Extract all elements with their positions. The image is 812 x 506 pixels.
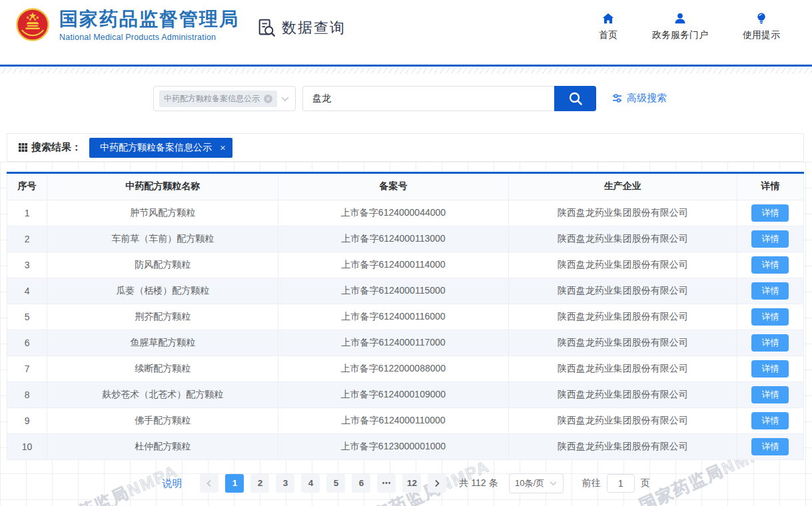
cell-company: 陕西盘龙药业集团股份有限公司 (508, 200, 737, 226)
results-label: 搜索结果： (19, 141, 81, 154)
table-row: 6 鱼腥草配方颗粒 上市备字6124000117000 陕西盘龙药业集团股份有限… (7, 330, 804, 356)
advanced-search-link[interactable]: 高级搜索 (611, 92, 667, 105)
detail-button[interactable]: 详情 (751, 256, 789, 274)
page-buttons: 1 2 3 4 5 6 ••• 12 (222, 474, 424, 493)
page-button[interactable]: 2 (250, 474, 269, 493)
cell-record-no: 上市备字6123000001000 (278, 433, 508, 459)
cell-record-no: 上市备字6124000114000 (278, 252, 508, 278)
nav-item-home[interactable]: 首页 (599, 11, 617, 41)
page-size-label: 10条/页 (515, 477, 544, 489)
cell-detail: 详情 (737, 407, 803, 433)
col-header-name: 中药配方颗粒名称 (47, 174, 278, 200)
results-filter-tag-label: 中药配方颗粒备案信息公示 (100, 142, 212, 154)
cell-record-no: 上市备字6122000088000 (278, 356, 508, 381)
cell-company: 陕西盘龙药业集团股份有限公司 (508, 252, 737, 278)
cell-detail: 详情 (737, 433, 803, 459)
app-title-label: 数据查询 (282, 18, 346, 38)
table-row: 7 续断配方颗粒 上市备字6122000088000 陕西盘龙药业集团股份有限公… (7, 356, 804, 381)
page-button[interactable]: 1 (225, 474, 244, 493)
detail-button[interactable]: 详情 (751, 412, 789, 429)
category-select[interactable]: 中药配方颗粒备案信息公示 × (153, 86, 296, 111)
cell-detail: 详情 (737, 356, 803, 381)
cell-index: 2 (7, 226, 47, 252)
chevron-left-icon (205, 479, 213, 487)
results-table: 序号 中药配方颗粒名称 备案号 生产企业 详情 1 肿节风配方颗粒 上市备字61… (7, 172, 804, 460)
tag-close-icon[interactable]: × (220, 142, 226, 152)
page-button[interactable]: 4 (301, 474, 320, 493)
cell-index: 4 (7, 278, 47, 304)
chevron-right-icon (433, 479, 441, 487)
results-label-text: 搜索结果： (31, 141, 81, 154)
detail-button[interactable]: 详情 (751, 308, 789, 326)
page-button[interactable]: 6 (352, 474, 370, 493)
page-button[interactable]: 12 (402, 474, 421, 493)
cell-index: 6 (7, 330, 47, 356)
detail-button[interactable]: 详情 (751, 360, 789, 378)
search-icon (568, 91, 584, 107)
nav-item-portal[interactable]: 政务服务门户 (652, 11, 708, 41)
cell-granule-name: 续断配方颗粒 (47, 356, 278, 381)
header-divider (0, 65, 812, 67)
cell-granule-name: 肿节风配方颗粒 (47, 200, 278, 226)
note-link[interactable]: 说明 (162, 477, 182, 490)
detail-button[interactable]: 详情 (751, 438, 789, 455)
cell-company: 陕西盘龙药业集团股份有限公司 (508, 381, 737, 407)
top-nav: 首页 政务服务门户 使用提示 (599, 11, 780, 41)
cell-record-no: 上市备字6124000116000 (278, 304, 508, 330)
cell-index: 5 (7, 304, 47, 330)
cell-company: 陕西盘龙药业集团股份有限公司 (508, 407, 737, 433)
detail-button[interactable]: 详情 (751, 334, 789, 352)
detail-button[interactable]: 详情 (751, 282, 789, 300)
search-button[interactable] (554, 86, 596, 111)
prev-page-button[interactable] (200, 474, 218, 493)
table-body: 1 肿节风配方颗粒 上市备字6124000044000 陕西盘龙药业集团股份有限… (7, 200, 804, 459)
pagination: 说明 1 2 3 4 5 6 ••• 12 共 112 条 10条/页 前往 页 (0, 473, 812, 493)
app-title[interactable]: 数据查询 (256, 18, 346, 38)
goto-page: 前往 页 (582, 474, 650, 493)
detail-button[interactable]: 详情 (751, 230, 789, 248)
cell-granule-name: 防风配方颗粒 (47, 252, 278, 278)
cell-detail: 详情 (737, 330, 803, 356)
cell-record-no: 上市备字6124000115000 (278, 278, 508, 304)
table-header-row: 序号 中药配方颗粒名称 备案号 生产企业 详情 (7, 174, 804, 200)
site-logo[interactable]: 国家药品监督管理局 National Medical Products Admi… (15, 7, 239, 42)
cell-company: 陕西盘龙药业集团股份有限公司 (508, 304, 737, 330)
grid-icon (19, 143, 27, 152)
cell-detail: 详情 (737, 304, 803, 330)
cell-index: 8 (7, 381, 47, 407)
detail-button[interactable]: 详情 (751, 204, 789, 222)
page-button[interactable]: ••• (377, 474, 396, 493)
page-button[interactable]: 5 (326, 474, 345, 493)
cell-detail: 详情 (737, 200, 803, 226)
org-name-en: National Medical Products Administration (59, 33, 239, 42)
nav-label: 首页 (599, 29, 617, 41)
goto-unit: 页 (641, 477, 650, 489)
category-chip-label: 中药配方颗粒备案信息公示 (164, 93, 260, 105)
cell-granule-name: 佛手配方颗粒 (47, 407, 278, 433)
header-hatch-band (0, 67, 812, 73)
document-search-icon (256, 18, 276, 38)
next-page-button[interactable] (428, 474, 446, 493)
col-header-index: 序号 (7, 174, 47, 200)
table-row: 2 车前草（车前）配方颗粒 上市备字6124000113000 陕西盘龙药业集团… (7, 226, 804, 252)
cell-index: 9 (7, 407, 47, 433)
table-row: 4 瓜蒌（栝楼）配方颗粒 上市备字6124000115000 陕西盘龙药业集团股… (7, 278, 804, 304)
cell-index: 10 (7, 433, 47, 459)
cell-company: 陕西盘龙药业集团股份有限公司 (508, 226, 737, 252)
detail-button[interactable]: 详情 (751, 386, 789, 403)
user-icon (673, 11, 687, 26)
page-size-select[interactable]: 10条/页 (509, 473, 564, 493)
results-filter-tag[interactable]: 中药配方颗粒备案信息公示 × (89, 138, 232, 158)
chip-close-icon[interactable]: × (264, 95, 272, 103)
search-input[interactable] (302, 86, 554, 111)
cell-detail: 详情 (737, 226, 803, 252)
search-section: 中药配方颗粒备案信息公示 × 高级搜索 (0, 86, 812, 113)
goto-page-input[interactable] (607, 474, 635, 493)
nav-item-tips[interactable]: 使用提示 (743, 11, 780, 41)
col-header-detail: 详情 (737, 174, 803, 200)
col-header-company: 生产企业 (508, 174, 737, 200)
cell-detail: 详情 (737, 252, 803, 278)
chevron-down-icon (550, 481, 557, 486)
page-button[interactable]: 3 (276, 474, 294, 493)
table-row: 10 杜仲配方颗粒 上市备字6123000001000 陕西盘龙药业集团股份有限… (7, 433, 804, 459)
